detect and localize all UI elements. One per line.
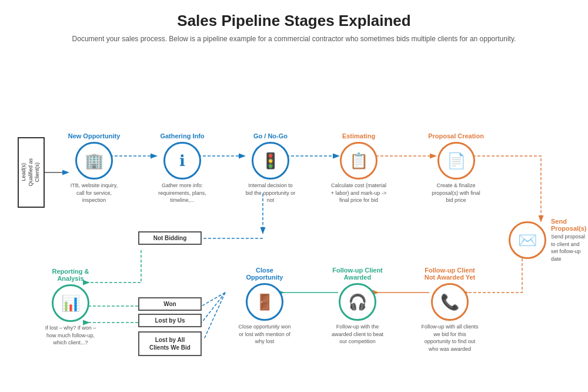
header: Sales Pipeline Stages Explained Document… — [18, 12, 570, 44]
headset-icon: 🎧 — [348, 293, 367, 311]
followup-not-awarded-title: Follow-up Client Not Awarded Yet — [420, 267, 479, 281]
close-opportunity-desc: Close opportunity won or lost with menti… — [238, 323, 291, 346]
new-opportunity-desc: ITB, website inquiry, call for service, … — [68, 182, 121, 204]
lead-box-label: Lead(s)Qualified asClient(s) — [21, 158, 41, 187]
door-icon: 🚪 — [255, 293, 274, 311]
estimating-stage: Estimating 📋 Calculate cost (material + … — [329, 132, 388, 204]
gathering-info-desc: Gather more info: requirements, plans, t… — [156, 182, 209, 204]
followup-awarded-title: Follow-up Client Awarded — [328, 267, 387, 281]
estimating-desc: Calculate cost (material + labor) and ma… — [329, 182, 388, 204]
close-opportunity-title: Close Opportunity — [238, 267, 291, 281]
lead-box: Lead(s)Qualified asClient(s) — [18, 137, 45, 208]
followup-awarded-desc: Follow-up with the awarded client to bea… — [328, 323, 387, 346]
document-icon: 📄 — [447, 152, 466, 170]
send-proposal-circle: ✉️ — [509, 221, 546, 259]
send-proposal-desc: Send proposal to client and set follow-u… — [551, 233, 587, 263]
page: Sales Pipeline Stages Explained Document… — [0, 0, 588, 392]
traffic-light-icon: 🚦 — [261, 152, 280, 170]
reporting-circle: 📊 — [52, 284, 89, 322]
followup-awarded-stage: Follow-up Client Awarded 🎧 Follow-up wit… — [328, 267, 387, 346]
svg-line-9 — [202, 293, 225, 306]
go-nogo-desc: Internal decision to bid the opportunity… — [244, 182, 297, 204]
go-nogo-title: Go / No-Go — [253, 132, 288, 139]
svg-line-10 — [202, 293, 225, 323]
reporting-stage: Reporting & Analysis 📊 If lost – why? If… — [44, 268, 97, 347]
go-nogo-stage: Go / No-Go 🚦 Internal decision to bid th… — [244, 132, 297, 204]
info-icon: ℹ — [179, 152, 185, 170]
followup-not-awarded-circle: 📞 — [431, 283, 469, 321]
estimating-title: Estimating — [342, 132, 375, 139]
new-opportunity-circle: 🏢 — [75, 142, 113, 180]
page-subtitle: Document your sales process. Below is a … — [18, 34, 570, 44]
proposal-creation-desc: Create & finalize proposal(s) with final… — [428, 182, 484, 204]
send-proposal-title: Send Proposal(s) — [551, 218, 587, 232]
page-title: Sales Pipeline Stages Explained — [18, 12, 570, 30]
proposal-creation-circle: 📄 — [437, 142, 475, 180]
reporting-title: Reporting & Analysis — [44, 268, 97, 282]
followup-not-awarded-desc: Follow-up with all clients we bid for th… — [420, 323, 479, 353]
lost-by-us-box: Lost by Us — [138, 314, 202, 327]
envelope-icon: ✉️ — [518, 231, 537, 250]
building-icon: 🏢 — [85, 152, 103, 170]
phone-icon: 📞 — [440, 293, 459, 311]
lost-by-all-label: Lost by AllClients We Bid — [149, 337, 191, 351]
gathering-info-stage: Gathering Info ℹ Gather more info: requi… — [156, 132, 209, 204]
won-box: Won — [138, 297, 202, 311]
followup-awarded-circle: 🎧 — [339, 283, 376, 321]
diagram: Lead(s)Qualified asClient(s) New Opportu… — [18, 50, 570, 338]
lost-by-all-box: Lost by AllClients We Bid — [138, 331, 202, 356]
gathering-info-title: Gathering Info — [160, 132, 204, 139]
proposal-creation-title: Proposal Creation — [428, 132, 484, 139]
go-nogo-circle: 🚦 — [252, 142, 289, 180]
lost-by-us-label: Lost by Us — [155, 317, 185, 324]
svg-line-11 — [202, 293, 225, 338]
gathering-info-circle: ℹ — [163, 142, 201, 180]
reporting-desc: If lost – why? If won – how much follow-… — [44, 324, 97, 347]
estimating-circle: 📋 — [340, 142, 377, 180]
close-opportunity-circle: 🚪 — [246, 283, 283, 321]
send-proposal-stage: ✉️ Send Proposal(s) Send proposal to cli… — [509, 218, 587, 263]
new-opportunity-stage: New Opportunity 🏢 ITB, website inquiry, … — [68, 132, 121, 204]
chart-icon: 📊 — [61, 294, 80, 313]
followup-not-awarded-stage: Follow-up Client Not Awarded Yet 📞 Follo… — [420, 267, 479, 353]
close-opportunity-stage: Close Opportunity 🚪 Close opportunity wo… — [238, 267, 291, 346]
won-label: Won — [163, 301, 176, 307]
new-opportunity-title: New Opportunity — [68, 132, 121, 139]
not-bidding-box: Not Bidding — [138, 231, 202, 245]
clipboard-icon: 📋 — [349, 152, 368, 170]
not-bidding-label: Not Bidding — [153, 235, 187, 241]
proposal-creation-stage: Proposal Creation 📄 Create & finalize pr… — [428, 132, 484, 204]
